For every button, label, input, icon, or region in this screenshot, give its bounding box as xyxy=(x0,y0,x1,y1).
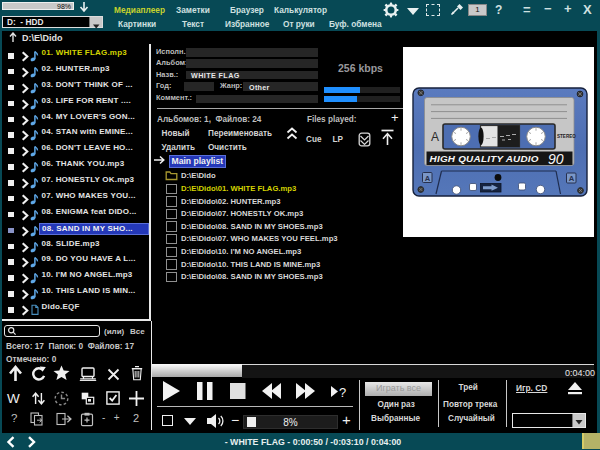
svg-text:A: A xyxy=(431,130,439,144)
svg-text:A: A xyxy=(425,174,431,183)
svg-text:STEREO: STEREO xyxy=(557,134,576,139)
svg-text:HIGH QUALITY AUDIO: HIGH QUALITY AUDIO xyxy=(430,153,539,164)
svg-text:90: 90 xyxy=(548,151,564,167)
svg-text:?: ? xyxy=(339,385,346,400)
svg-text:A: A xyxy=(569,174,575,183)
